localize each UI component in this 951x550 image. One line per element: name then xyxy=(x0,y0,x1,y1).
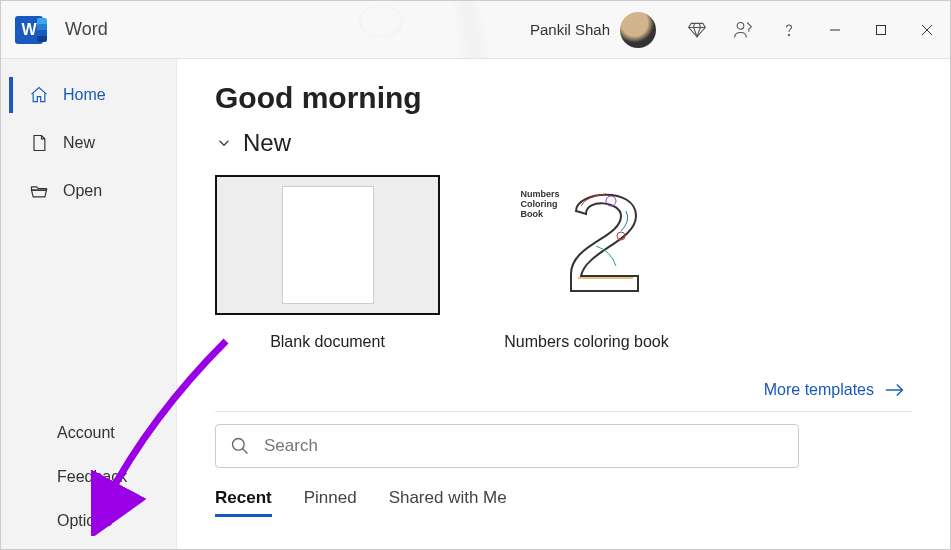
new-section-title: New xyxy=(243,129,291,157)
minimize-button[interactable] xyxy=(812,2,858,58)
svg-point-9 xyxy=(233,439,245,451)
svg-rect-3 xyxy=(877,25,886,34)
sidebar-item-options[interactable]: Options xyxy=(1,499,176,543)
app-icon: W xyxy=(15,16,43,44)
more-templates-link[interactable]: More templates xyxy=(764,381,906,399)
template-thumbnail xyxy=(215,175,440,315)
close-button[interactable] xyxy=(904,2,950,58)
template-cover-text: Numbers Coloring Book xyxy=(517,186,563,304)
svg-point-0 xyxy=(737,22,744,29)
sidebar-item-label: New xyxy=(63,134,95,152)
template-numbers-coloring-book[interactable]: Numbers Coloring Book xyxy=(474,175,699,351)
maximize-button[interactable] xyxy=(858,2,904,58)
app-title: Word xyxy=(65,19,108,40)
more-templates-label: More templates xyxy=(764,381,874,399)
user-name: Pankil Shah xyxy=(530,21,610,38)
chevron-down-icon xyxy=(215,134,233,152)
search-icon xyxy=(230,436,250,456)
number-2-art xyxy=(563,186,649,296)
search-box[interactable] xyxy=(215,424,799,468)
diamond-icon[interactable] xyxy=(674,2,720,58)
template-label: Blank document xyxy=(270,333,385,351)
tab-pinned[interactable]: Pinned xyxy=(304,488,357,517)
sidebar-item-feedback[interactable]: Feedback xyxy=(1,455,176,499)
template-thumbnail: Numbers Coloring Book xyxy=(474,175,699,315)
help-icon[interactable] xyxy=(766,2,812,58)
tab-shared-with-me[interactable]: Shared with Me xyxy=(389,488,507,517)
main-content: Good morning New Blank document Numbers … xyxy=(176,59,950,550)
tab-recent[interactable]: Recent xyxy=(215,488,272,517)
sidebar-item-open[interactable]: Open xyxy=(1,167,176,215)
template-list: Blank document Numbers Coloring Book xyxy=(215,175,912,351)
title-bar: W Word Pankil Shah xyxy=(1,1,950,59)
avatar[interactable] xyxy=(620,12,656,48)
sidebar-item-new[interactable]: New xyxy=(1,119,176,167)
new-section-header[interactable]: New xyxy=(215,129,912,157)
sidebar-item-account[interactable]: Account xyxy=(1,411,176,455)
folder-open-icon xyxy=(29,181,49,201)
svg-line-10 xyxy=(243,449,248,454)
document-tabs: Recent Pinned Shared with Me xyxy=(215,488,912,517)
user-account[interactable]: Pankil Shah xyxy=(530,12,656,48)
svg-point-1 xyxy=(788,34,789,35)
sidebar-item-label: Open xyxy=(63,182,102,200)
template-label: Numbers coloring book xyxy=(504,333,669,351)
sidebar-item-home[interactable]: Home xyxy=(1,71,176,119)
greeting-heading: Good morning xyxy=(215,81,912,115)
template-blank-document[interactable]: Blank document xyxy=(215,175,440,351)
new-doc-icon xyxy=(29,133,49,153)
sidebar-item-label: Home xyxy=(63,86,106,104)
search-input[interactable] xyxy=(264,436,784,456)
sidebar: Home New Open Account Feedback Options xyxy=(1,59,176,550)
home-icon xyxy=(29,85,49,105)
arrow-right-icon xyxy=(884,382,906,398)
coming-soon-icon[interactable] xyxy=(720,2,766,58)
